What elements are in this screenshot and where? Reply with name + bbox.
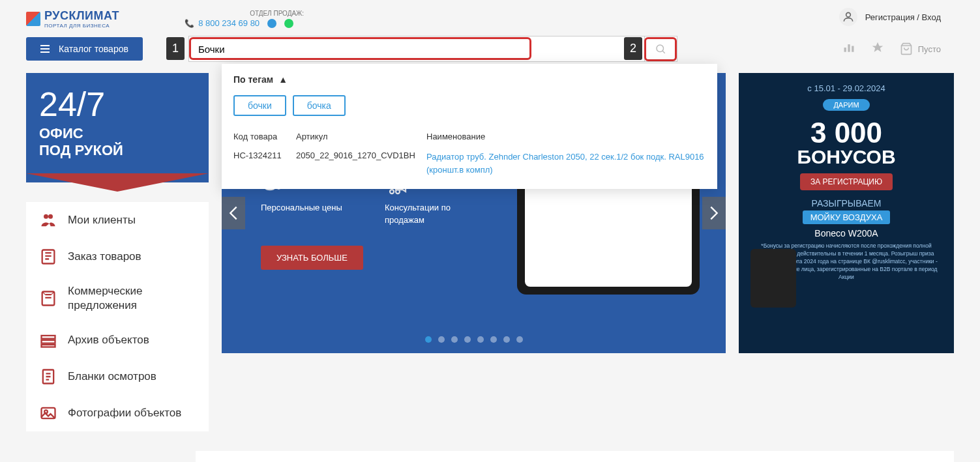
banner-247: 24/7 [39,87,196,121]
svg-rect-10 [42,340,55,343]
promo-amount: 3 000 [750,119,942,147]
promo-banner[interactable]: с 15.01 - 29.02.2024 ДАРИМ 3 000 БОНУСОВ… [739,73,954,353]
svg-point-23 [390,190,394,194]
promo-washer: МОЙКУ ВОЗДУХА [803,210,891,224]
svg-point-0 [846,12,850,17]
carousel-prev-button[interactable] [222,197,245,229]
search-dropdown: По тегам ▲ бочки бочка Код товара Артику… [222,64,717,189]
sidebar-item-forms[interactable]: Бланки осмотров [26,358,209,395]
carousel-dot[interactable] [464,336,471,343]
catalog-button-label: Каталог товаров [59,44,128,54]
svg-point-6 [48,214,53,219]
forms-icon [39,368,57,386]
svg-rect-9 [42,336,55,339]
marker-2: 2 [624,37,642,60]
catalog-button[interactable]: Каталог товаров [26,37,143,61]
menu-icon [40,45,50,53]
column-code: Код товара [233,132,296,141]
svg-point-24 [396,190,400,194]
promo-date: с 15.01 - 29.02.2024 [750,83,942,93]
sidebar: 24/7 ОФИС ПОД РУКОЙ Мои клиенты Заказ то… [26,73,209,431]
cart-button[interactable]: Пусто [900,42,941,55]
stats-icon[interactable] [842,41,855,57]
tag-bochki[interactable]: бочки [233,95,286,116]
result-article: 2050_22_9016_1270_CVD1BH [296,151,426,160]
sidebar-item-label: Заказ товаров [68,250,141,264]
result-code: HC-1324211 [233,151,296,160]
telegram-icon[interactable] [267,19,276,28]
banner-line2: ПОД РУКОЙ [39,142,196,159]
sidebar-item-orders[interactable]: Заказ товаров [26,238,209,275]
carousel-next-button[interactable] [702,197,726,229]
carousel-dot[interactable] [490,336,497,343]
promo-model: Boneco W200A [750,228,942,238]
photos-icon [39,404,57,422]
sidebar-item-label: Бланки осмотров [68,369,156,384]
avatar[interactable] [839,8,857,26]
carousel-dot[interactable] [425,336,432,343]
svg-point-5 [44,214,48,219]
marker-1: 1 [166,37,185,60]
carousel-dot[interactable] [451,336,458,343]
promo-bonus: БОНУСОВ [750,147,942,167]
sidebar-item-label: Фотографии объектов [68,406,181,420]
phone-number[interactable]: 8 800 234 69 80 [198,18,260,28]
whatsapp-icon[interactable] [284,19,293,28]
logo-icon [26,12,40,26]
login-link[interactable]: Регистрация / Вход [865,12,941,22]
svg-rect-3 [848,44,850,52]
logo[interactable]: РУСКЛИМАТ ПОРТАЛ ДЛЯ БИЗНЕСА [26,9,119,29]
carousel-dot[interactable] [438,336,445,343]
cart-label: Пусто [918,44,941,54]
result-row[interactable]: HC-1324211 2050_22_9016_1270_CVD1BH Ради… [233,151,705,176]
proposals-icon [39,289,57,308]
sidebar-item-archive[interactable]: Архив объектов [26,322,209,358]
sidebar-item-label: Архив объектов [68,333,149,347]
promo-reg-button: ЗА РЕГИСТРАЦИЮ [800,173,893,190]
sidebar-item-label: Коммерческие предложения [68,284,196,313]
banner-line1: ОФИС [39,125,196,142]
logo-main-text: РУСКЛИМАТ [44,9,119,23]
hits-section: Хиты продаж [196,451,954,462]
carousel-dot[interactable] [516,336,523,343]
search-button[interactable] [645,36,677,62]
archive-icon [39,331,57,349]
product-image [750,249,796,308]
carousel-dot[interactable] [477,336,484,343]
sidebar-item-photos[interactable]: Фотографии объектов [26,395,209,431]
column-name: Наименование [426,132,705,141]
svg-rect-11 [42,345,55,347]
result-name[interactable]: Радиатор труб. Zehnder Charleston 2050, … [426,151,705,176]
chevron-up-icon: ▲ [278,74,288,85]
phone-icon: 📞 [185,19,194,28]
dropdown-header[interactable]: По тегам ▲ [233,74,705,85]
tag-bochka[interactable]: бочка [293,95,346,116]
svg-rect-2 [844,48,846,52]
svg-rect-4 [852,46,854,52]
column-article: Артикул [296,132,426,141]
search-input[interactable] [188,36,645,62]
sidebar-item-proposals[interactable]: Коммерческие предложения [26,275,209,322]
logo-sub-text: ПОРТАЛ ДЛЯ БИЗНЕСА [44,23,119,29]
learn-more-button[interactable]: УЗНАТЬ БОЛЬШЕ [261,246,363,270]
promo-badge: ДАРИМ [823,99,869,111]
sales-dept-label: ОТДЕЛ ПРОДАЖ: [250,10,304,17]
clients-icon [39,211,57,229]
orders-icon [39,248,57,266]
carousel-dot[interactable] [503,336,510,343]
favorites-icon[interactable] [871,41,884,57]
carousel-dots [425,336,523,343]
sidebar-item-clients[interactable]: Мои клиенты [26,202,209,238]
promo-draw: РАЗЫГРЫВАЕМ [750,198,942,209]
sidebar-item-label: Мои клиенты [68,213,136,227]
svg-point-1 [657,45,664,52]
sidebar-banner: 24/7 ОФИС ПОД РУКОЙ [26,73,209,182]
